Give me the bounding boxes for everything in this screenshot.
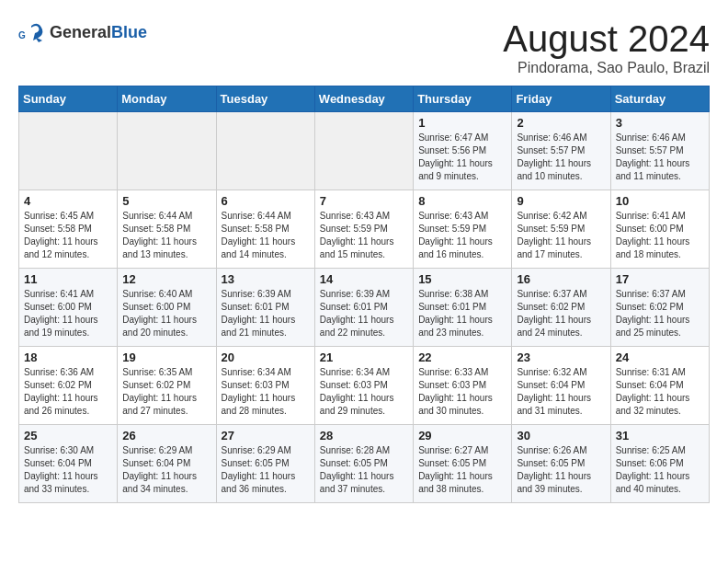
day-number: 29 (418, 429, 506, 442)
calendar-cell: 17Sunrise: 6:37 AM Sunset: 6:02 PM Dayli… (610, 269, 709, 347)
day-number: 20 (222, 350, 310, 364)
day-number: 14 (320, 272, 408, 286)
day-number: 3 (616, 116, 704, 130)
day-info: Sunrise: 6:46 AM Sunset: 5:57 PM Dayligh… (616, 132, 704, 183)
day-info: Sunrise: 6:27 AM Sunset: 6:05 PM Dayligh… (418, 444, 506, 496)
page-header: G GeneralBlue August 2024 Pindorama, Sao… (18, 18, 710, 76)
calendar-cell: 31Sunrise: 6:25 AM Sunset: 6:06 PM Dayli… (610, 425, 709, 503)
day-number: 28 (320, 429, 408, 442)
calendar-cell: 29Sunrise: 6:27 AM Sunset: 6:05 PM Dayli… (414, 425, 512, 503)
day-info: Sunrise: 6:37 AM Sunset: 6:02 PM Dayligh… (616, 288, 704, 339)
calendar-cell: 18Sunrise: 6:36 AM Sunset: 6:02 PM Dayli… (19, 347, 118, 425)
header-tuesday: Tuesday (216, 86, 314, 112)
day-number: 23 (517, 350, 605, 364)
day-info: Sunrise: 6:31 AM Sunset: 6:04 PM Dayligh… (616, 366, 704, 418)
day-number: 1 (418, 116, 506, 130)
calendar-cell: 11Sunrise: 6:41 AM Sunset: 6:00 PM Dayli… (19, 269, 118, 347)
calendar-cell (19, 112, 118, 190)
logo-icon: G (18, 18, 46, 46)
day-info: Sunrise: 6:45 AM Sunset: 5:58 PM Dayligh… (24, 210, 112, 261)
day-number: 27 (222, 429, 310, 442)
header-wednesday: Wednesday (314, 86, 413, 112)
calendar-cell: 9Sunrise: 6:42 AM Sunset: 5:59 PM Daylig… (512, 190, 610, 269)
day-number: 17 (616, 272, 704, 286)
day-number: 13 (222, 272, 310, 286)
header-thursday: Thursday (414, 86, 512, 112)
day-number: 19 (122, 350, 210, 364)
calendar-cell: 7Sunrise: 6:43 AM Sunset: 5:59 PM Daylig… (314, 190, 413, 269)
calendar-cell: 16Sunrise: 6:37 AM Sunset: 6:02 PM Dayli… (512, 269, 610, 347)
day-number: 4 (24, 194, 112, 208)
day-info: Sunrise: 6:29 AM Sunset: 6:04 PM Dayligh… (122, 444, 210, 496)
logo-text-blue: Blue (111, 23, 147, 41)
calendar-title: August 2024 (503, 18, 710, 60)
calendar-cell: 2Sunrise: 6:46 AM Sunset: 5:57 PM Daylig… (512, 112, 610, 190)
day-info: Sunrise: 6:39 AM Sunset: 6:01 PM Dayligh… (222, 288, 310, 339)
calendar-cell: 20Sunrise: 6:34 AM Sunset: 6:03 PM Dayli… (216, 347, 314, 425)
day-info: Sunrise: 6:40 AM Sunset: 6:00 PM Dayligh… (122, 288, 210, 339)
calendar-cell: 13Sunrise: 6:39 AM Sunset: 6:01 PM Dayli… (216, 269, 314, 347)
day-info: Sunrise: 6:35 AM Sunset: 6:02 PM Dayligh… (122, 366, 210, 418)
day-info: Sunrise: 6:29 AM Sunset: 6:05 PM Dayligh… (222, 444, 310, 496)
calendar-cell: 6Sunrise: 6:44 AM Sunset: 5:58 PM Daylig… (216, 190, 314, 269)
day-number: 31 (616, 429, 704, 442)
day-info: Sunrise: 6:28 AM Sunset: 6:05 PM Dayligh… (320, 444, 408, 496)
day-number: 30 (517, 429, 605, 442)
day-info: Sunrise: 6:34 AM Sunset: 6:03 PM Dayligh… (320, 366, 408, 418)
svg-text:G: G (18, 30, 26, 40)
day-info: Sunrise: 6:30 AM Sunset: 6:04 PM Dayligh… (24, 444, 112, 496)
calendar-cell: 19Sunrise: 6:35 AM Sunset: 6:02 PM Dayli… (118, 347, 216, 425)
day-number: 25 (24, 429, 112, 442)
day-number: 2 (517, 116, 605, 130)
header-saturday: Saturday (610, 86, 709, 112)
day-info: Sunrise: 6:41 AM Sunset: 6:00 PM Dayligh… (616, 210, 704, 261)
day-number: 7 (320, 194, 408, 208)
calendar-cell: 23Sunrise: 6:32 AM Sunset: 6:04 PM Dayli… (512, 347, 610, 425)
day-number: 6 (222, 194, 310, 208)
day-number: 24 (616, 350, 704, 364)
calendar-cell: 1Sunrise: 6:47 AM Sunset: 5:56 PM Daylig… (414, 112, 512, 190)
day-info: Sunrise: 6:43 AM Sunset: 5:59 PM Dayligh… (320, 210, 408, 261)
calendar-table: SundayMondayTuesdayWednesdayThursdayFrid… (18, 86, 710, 503)
header-friday: Friday (512, 86, 610, 112)
day-number: 26 (122, 429, 210, 442)
calendar-cell: 30Sunrise: 6:26 AM Sunset: 6:05 PM Dayli… (512, 425, 610, 503)
day-info: Sunrise: 6:25 AM Sunset: 6:06 PM Dayligh… (616, 444, 704, 496)
calendar-subtitle: Pindorama, Sao Paulo, Brazil (503, 60, 710, 76)
calendar-cell: 14Sunrise: 6:39 AM Sunset: 6:01 PM Dayli… (314, 269, 413, 347)
calendar-cell: 12Sunrise: 6:40 AM Sunset: 6:00 PM Dayli… (118, 269, 216, 347)
day-number: 8 (418, 194, 506, 208)
day-info: Sunrise: 6:26 AM Sunset: 6:05 PM Dayligh… (517, 444, 605, 496)
day-info: Sunrise: 6:44 AM Sunset: 5:58 PM Dayligh… (122, 210, 210, 261)
logo: G GeneralBlue (18, 18, 147, 46)
day-info: Sunrise: 6:32 AM Sunset: 6:04 PM Dayligh… (517, 366, 605, 418)
day-number: 15 (418, 272, 506, 286)
calendar-cell: 10Sunrise: 6:41 AM Sunset: 6:00 PM Dayli… (610, 190, 709, 269)
day-number: 16 (517, 272, 605, 286)
day-info: Sunrise: 6:41 AM Sunset: 6:00 PM Dayligh… (24, 288, 112, 339)
day-info: Sunrise: 6:34 AM Sunset: 6:03 PM Dayligh… (222, 366, 310, 418)
day-number: 22 (418, 350, 506, 364)
calendar-cell (118, 112, 216, 190)
calendar-cell: 22Sunrise: 6:33 AM Sunset: 6:03 PM Dayli… (414, 347, 512, 425)
calendar-cell: 3Sunrise: 6:46 AM Sunset: 5:57 PM Daylig… (610, 112, 709, 190)
header-monday: Monday (118, 86, 216, 112)
day-info: Sunrise: 6:44 AM Sunset: 5:58 PM Dayligh… (222, 210, 310, 261)
day-number: 21 (320, 350, 408, 364)
header-sunday: Sunday (19, 86, 118, 112)
day-info: Sunrise: 6:42 AM Sunset: 5:59 PM Dayligh… (517, 210, 605, 261)
day-info: Sunrise: 6:47 AM Sunset: 5:56 PM Dayligh… (418, 132, 506, 183)
logo-text-general: General (50, 23, 111, 41)
calendar-cell: 4Sunrise: 6:45 AM Sunset: 5:58 PM Daylig… (19, 190, 118, 269)
calendar-cell: 5Sunrise: 6:44 AM Sunset: 5:58 PM Daylig… (118, 190, 216, 269)
calendar-cell: 24Sunrise: 6:31 AM Sunset: 6:04 PM Dayli… (610, 347, 709, 425)
calendar-cell (216, 112, 314, 190)
day-info: Sunrise: 6:43 AM Sunset: 5:59 PM Dayligh… (418, 210, 506, 261)
calendar-cell: 15Sunrise: 6:38 AM Sunset: 6:01 PM Dayli… (414, 269, 512, 347)
day-number: 18 (24, 350, 112, 364)
day-info: Sunrise: 6:46 AM Sunset: 5:57 PM Dayligh… (517, 132, 605, 183)
day-info: Sunrise: 6:37 AM Sunset: 6:02 PM Dayligh… (517, 288, 605, 339)
day-info: Sunrise: 6:39 AM Sunset: 6:01 PM Dayligh… (320, 288, 408, 339)
day-number: 12 (122, 272, 210, 286)
calendar-cell (314, 112, 413, 190)
